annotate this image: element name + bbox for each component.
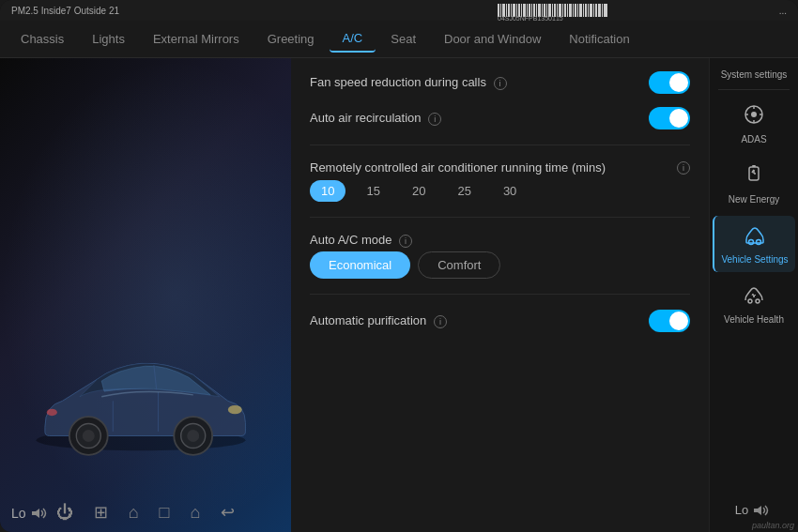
auto-ac-info-icon[interactable]: i: [399, 235, 412, 248]
car-visual-panel: ⏻ ⊞ ⌂ □ ⌂ ↩ Lo: [0, 58, 291, 532]
car-illustration: [19, 344, 263, 458]
main-screen: PM2.5 Inside7 Outside 21: [0, 0, 798, 532]
svg-point-45: [228, 405, 242, 414]
square-icon[interactable]: □: [160, 503, 170, 523]
svg-rect-32: [579, 4, 582, 17]
auto-purification-toggle[interactable]: [649, 310, 690, 332]
lo-speaker-icon: [752, 504, 773, 517]
lo-label-left: Lo: [11, 506, 49, 521]
main-content: ⏻ ⊞ ⌂ □ ⌂ ↩ Lo Fan speed redu: [0, 58, 798, 532]
svg-rect-38: [595, 4, 597, 17]
mode-economical[interactable]: Economical: [310, 251, 410, 279]
settings-panel: Fan speed reduction during calls i Auto …: [291, 58, 709, 532]
svg-rect-29: [573, 4, 574, 17]
svg-rect-35: [588, 4, 589, 17]
vehicle-settings-label: Vehicle Settings: [721, 254, 788, 265]
grid-icon[interactable]: ⊞: [94, 502, 108, 523]
tab-door-window[interactable]: Door and Window: [431, 26, 554, 52]
home-icon[interactable]: ⌂: [129, 503, 139, 523]
car-image: [9, 316, 272, 485]
svg-point-67: [756, 299, 760, 303]
nav-tabs: Chassis Lights External Mirrors Greeting…: [0, 21, 798, 58]
svg-point-66: [748, 299, 752, 303]
auto-air-row: Auto air recirculation i: [310, 107, 690, 129]
divider-1: [310, 144, 690, 145]
svg-rect-33: [583, 4, 584, 17]
new-energy-icon: [743, 163, 765, 190]
fan-speed-label: Fan speed reduction during calls: [310, 75, 486, 89]
svg-rect-39: [598, 4, 601, 17]
svg-rect-36: [590, 4, 592, 17]
time-btn-20[interactable]: 20: [401, 180, 437, 202]
time-btn-15[interactable]: 15: [355, 180, 391, 202]
sidebar-item-vehicle-health[interactable]: Vehicle Health: [713, 276, 795, 332]
mode-selector: Economical Comfort: [310, 251, 690, 279]
remote-ac-label: Remotely controlled air conditioner runn…: [310, 160, 606, 175]
fan-speed-info-icon[interactable]: i: [494, 77, 507, 90]
svg-rect-30: [575, 4, 576, 17]
mode-comfort[interactable]: Comfort: [418, 251, 500, 279]
system-settings-btn[interactable]: System settings: [715, 66, 793, 84]
auto-air-info-icon[interactable]: i: [428, 113, 441, 126]
svg-rect-34: [585, 4, 587, 17]
tab-seat[interactable]: Seat: [377, 26, 429, 52]
back-icon[interactable]: ↩: [221, 502, 235, 523]
time-btn-10[interactable]: 10: [310, 180, 345, 202]
remote-ac-info-icon[interactable]: i: [677, 161, 690, 175]
auto-purification-row: Automatic purification i: [310, 310, 690, 332]
svg-rect-27: [567, 4, 568, 17]
svg-rect-60: [752, 165, 756, 167]
tab-notification[interactable]: Notification: [556, 26, 642, 52]
auto-air-toggle[interactable]: [649, 107, 690, 129]
svg-point-52: [187, 430, 199, 442]
auto-ac-row: Auto A/C mode i: [310, 233, 690, 248]
svg-text:04SJ05NFPB1350115: 04SJ05NFPB1350115: [498, 15, 563, 21]
barcode-image: 04SJ05NFPB1350115: [498, 4, 610, 21]
vehicle-health-icon: [743, 283, 765, 311]
svg-rect-40: [602, 4, 603, 17]
divider-2: [310, 217, 690, 218]
fan-speed-toggle[interactable]: [649, 71, 690, 94]
adas-icon: [743, 103, 765, 130]
right-sidebar: System settings ADAS: [709, 58, 798, 532]
svg-point-54: [751, 112, 757, 117]
svg-rect-26: [564, 4, 566, 17]
svg-rect-41: [604, 4, 607, 17]
auto-ac-label: Auto A/C mode: [310, 233, 391, 247]
time-selector: 10 15 20 25 30: [310, 180, 690, 202]
new-energy-label: New Energy: [729, 194, 779, 205]
svg-point-46: [47, 408, 57, 415]
status-right: ...: [779, 6, 787, 16]
tab-external-mirrors[interactable]: External Mirrors: [140, 26, 253, 52]
tab-greeting[interactable]: Greeting: [254, 26, 328, 52]
tab-ac[interactable]: A/C: [330, 25, 376, 53]
svg-point-65: [757, 240, 761, 245]
vehicle-settings-icon: [744, 223, 766, 251]
power-icon[interactable]: ⏻: [56, 503, 73, 523]
divider-3: [310, 294, 690, 295]
time-btn-25[interactable]: 25: [446, 180, 482, 202]
sidebar-item-adas[interactable]: ADAS: [713, 96, 795, 152]
auto-purification-info-icon[interactable]: i: [434, 315, 447, 328]
time-btn-30[interactable]: 30: [492, 180, 528, 202]
pm-text: PM2.5 Inside7 Outside 21: [11, 6, 119, 16]
adas-label: ADAS: [741, 134, 766, 144]
home2-icon[interactable]: ⌂: [190, 503, 200, 523]
fan-speed-row: Fan speed reduction during calls i: [310, 71, 690, 94]
tab-chassis[interactable]: Chassis: [8, 26, 77, 52]
svg-point-64: [749, 240, 754, 245]
time-display: ...: [779, 6, 787, 16]
sidebar-item-vehicle-settings[interactable]: Vehicle Settings: [713, 216, 795, 272]
speaker-icon: [30, 508, 49, 519]
remote-ac-section: Remotely controlled air conditioner runn…: [310, 160, 690, 202]
auto-ac-section: Auto A/C mode i Economical Comfort: [310, 233, 690, 279]
svg-rect-31: [577, 4, 578, 17]
sidebar-item-new-energy[interactable]: New Energy: [713, 156, 795, 212]
auto-air-label: Auto air recirculation: [310, 111, 422, 125]
watermark: paultan.org: [752, 521, 794, 530]
remote-ac-row: Remotely controlled air conditioner runn…: [310, 160, 690, 175]
svg-rect-28: [569, 4, 572, 17]
vehicle-health-label: Vehicle Health: [724, 314, 784, 325]
tab-lights[interactable]: Lights: [79, 26, 138, 52]
status-bar: PM2.5 Inside7 Outside 21: [0, 0, 798, 21]
